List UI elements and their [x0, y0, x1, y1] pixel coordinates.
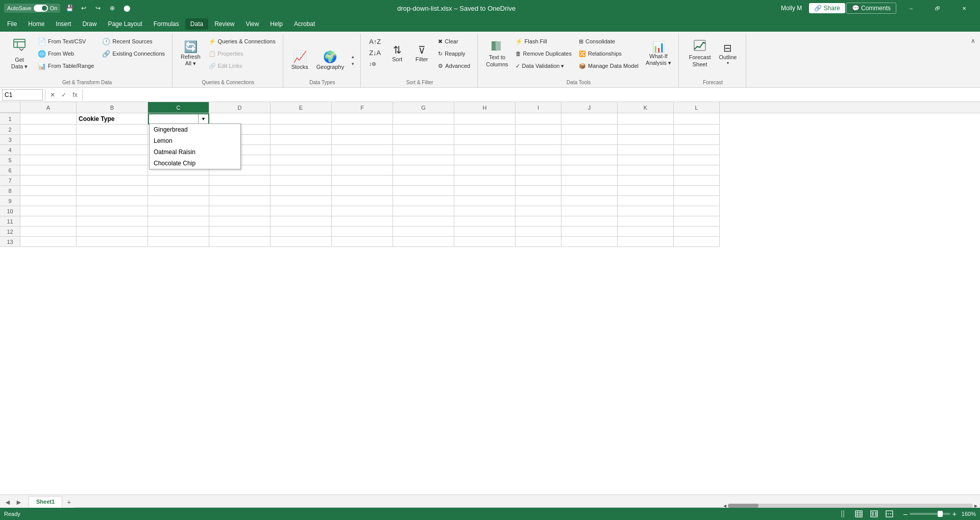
cell-b8[interactable]: [77, 186, 148, 196]
cell-h9[interactable]: [454, 196, 516, 206]
cell-j5[interactable]: [561, 155, 618, 165]
cell-e4[interactable]: [271, 145, 332, 155]
cell-c11[interactable]: [148, 216, 209, 227]
restore-button[interactable]: 🗗: [926, 0, 949, 16]
row-header-2[interactable]: 2: [0, 125, 20, 135]
cell-a12[interactable]: [20, 227, 77, 237]
cell-e8[interactable]: [271, 186, 332, 196]
queries-connections-button[interactable]: ⚡ Queries & Connections: [206, 36, 279, 47]
row-header-11[interactable]: 11: [0, 216, 20, 227]
add-sheet-button[interactable]: +: [63, 497, 75, 508]
menu-review[interactable]: Review: [209, 18, 239, 30]
text-to-columns-button[interactable]: Text toColumns: [483, 36, 511, 71]
cell-b7[interactable]: [77, 176, 148, 186]
cell-i7[interactable]: [516, 176, 561, 186]
cell-k6[interactable]: [618, 165, 674, 176]
cell-g2[interactable]: [393, 125, 454, 135]
formula-confirm-button[interactable]: ✓: [59, 90, 69, 100]
cell-l6[interactable]: [674, 165, 720, 176]
consolidate-button[interactable]: ⊞ Consolidate: [576, 36, 642, 47]
cell-l11[interactable]: [674, 216, 720, 227]
cell-j4[interactable]: [561, 145, 618, 155]
scroll-right-button[interactable]: ▶: [974, 504, 978, 508]
cell-e5[interactable]: [271, 155, 332, 165]
dropdown-item-gingerbread[interactable]: Gingerbread: [150, 124, 240, 135]
cell-j11[interactable]: [561, 216, 618, 227]
cell-l2[interactable]: [674, 125, 720, 135]
existing-connections-button[interactable]: 🔗 Existing Connections: [99, 48, 168, 59]
cell-a1[interactable]: [20, 113, 77, 125]
recent-sources-button[interactable]: 🕐 Recent Sources: [99, 36, 168, 47]
remove-dupes-button[interactable]: 🗑 Remove Duplicates: [512, 48, 575, 59]
cell-j13[interactable]: [561, 237, 618, 247]
cell-i9[interactable]: [516, 196, 561, 206]
sort-az-button[interactable]: A↑Z: [366, 36, 384, 47]
cell-k10[interactable]: [618, 206, 674, 216]
cell-g12[interactable]: [393, 227, 454, 237]
zoom-plus-button[interactable]: +: [952, 510, 957, 518]
type-scroll-down[interactable]: ▼: [349, 61, 356, 67]
row-header-6[interactable]: 6: [0, 165, 20, 176]
cell-f4[interactable]: [332, 145, 393, 155]
stocks-button[interactable]: 📈 Stocks: [288, 43, 311, 79]
cell-i5[interactable]: [516, 155, 561, 165]
from-web-button[interactable]: 🌐 From Web: [35, 48, 97, 59]
row-header-4[interactable]: 4: [0, 145, 20, 155]
cell-h5[interactable]: [454, 155, 516, 165]
cell-j12[interactable]: [561, 227, 618, 237]
row-header-12[interactable]: 12: [0, 227, 20, 237]
sheet-nav-right[interactable]: ►: [13, 497, 24, 508]
cell-a8[interactable]: [20, 186, 77, 196]
cell-i11[interactable]: [516, 216, 561, 227]
outline-button[interactable]: ⊟ Outline ▾: [716, 36, 740, 71]
cell-b10[interactable]: [77, 206, 148, 216]
cell-g10[interactable]: [393, 206, 454, 216]
normal-view-button[interactable]: [853, 508, 865, 519]
zoom-minus-button[interactable]: –: [903, 510, 908, 518]
cell-l12[interactable]: [674, 227, 720, 237]
cell-g9[interactable]: [393, 196, 454, 206]
cell-a2[interactable]: [20, 125, 77, 135]
cell-h12[interactable]: [454, 227, 516, 237]
cell-b1[interactable]: Cookie Type: [77, 113, 148, 125]
cell-c9[interactable]: [148, 196, 209, 206]
manage-model-button[interactable]: 📦 Manage Data Model: [576, 60, 642, 71]
dropdown-item-lemon[interactable]: Lemon: [150, 135, 240, 146]
cell-f7[interactable]: [332, 176, 393, 186]
cell-f2[interactable]: [332, 125, 393, 135]
menu-insert[interactable]: Insert: [51, 18, 76, 30]
cell-g6[interactable]: [393, 165, 454, 176]
cell-l5[interactable]: [674, 155, 720, 165]
dropdown-item-oatmeal-raisin[interactable]: Oatmeal Raisin: [150, 146, 240, 158]
cell-h6[interactable]: [454, 165, 516, 176]
cell-c8[interactable]: [148, 186, 209, 196]
cell-b13[interactable]: [77, 237, 148, 247]
what-if-button[interactable]: 📊 What-IfAnalysis ▾: [643, 36, 674, 71]
close-button[interactable]: ✕: [952, 0, 976, 16]
customize-button[interactable]: ⬤: [121, 3, 132, 13]
cell-k13[interactable]: [618, 237, 674, 247]
col-header-k[interactable]: K: [618, 102, 674, 113]
cell-d13[interactable]: [209, 237, 271, 247]
formula-input[interactable]: [85, 89, 978, 101]
menu-help[interactable]: Help: [265, 18, 288, 30]
cell-k1[interactable]: [618, 113, 674, 125]
autosave-toggle[interactable]: [34, 5, 48, 12]
scroll-left-button[interactable]: ◀: [723, 504, 727, 508]
cell-b12[interactable]: [77, 227, 148, 237]
cell-e12[interactable]: [271, 227, 332, 237]
formula-cancel-button[interactable]: ✕: [47, 90, 58, 100]
cell-a6[interactable]: [20, 165, 77, 176]
cell-h7[interactable]: [454, 176, 516, 186]
minimize-button[interactable]: –: [899, 0, 923, 16]
cell-i2[interactable]: [516, 125, 561, 135]
undo-button[interactable]: ↩: [79, 3, 89, 13]
cell-g1[interactable]: [393, 113, 454, 125]
cell-j9[interactable]: [561, 196, 618, 206]
cell-k9[interactable]: [618, 196, 674, 206]
cell-f10[interactable]: [332, 206, 393, 216]
cell-b2[interactable]: [77, 125, 148, 135]
dropdown-arrow-button[interactable]: ▼: [198, 114, 208, 123]
cell-j10[interactable]: [561, 206, 618, 216]
cell-h2[interactable]: [454, 125, 516, 135]
